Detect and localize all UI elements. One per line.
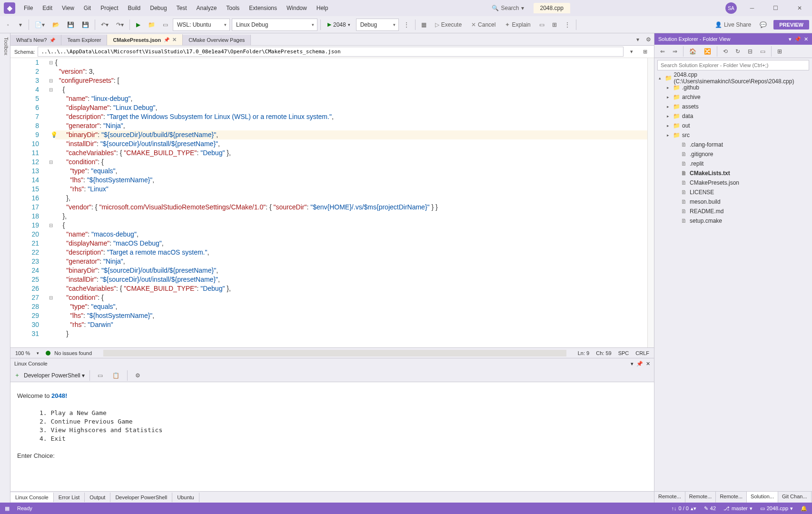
explain-button[interactable]: ✦Explain [501,20,534,30]
code-content[interactable]: { "version": 3, "configurePresets": [ { … [54,58,647,347]
tabs-dropdown-button[interactable]: ▾ [633,34,643,45]
open-button[interactable]: 📂 [50,19,62,30]
doc-tab[interactable]: CMake Overview Pages [183,35,251,45]
tree-file[interactable]: 🗎README.md [654,207,812,216]
schema-dropdown-button[interactable]: ▾ [626,46,637,58]
doc-tab[interactable]: Team Explorer [61,35,107,45]
console-btn-1[interactable]: ▭ [95,370,106,381]
output-tab[interactable]: Developer PowerShell [110,493,172,502]
preview-badge[interactable]: PREVIEW [773,20,809,30]
doc-tab[interactable]: CMakePresets.json📌✕ [107,34,183,45]
tree-file[interactable]: 🗎LICENSE [654,188,812,197]
nav-forward-button[interactable]: ▾ [15,19,26,30]
close-icon[interactable]: ✕ [172,37,177,43]
new-item-button[interactable]: 📄▾ [32,19,48,30]
zoom-dropdown-icon[interactable]: ▾ [37,351,39,356]
output-tab[interactable]: Output [85,493,110,502]
tree-file[interactable]: 🗎.gitignore [654,149,812,159]
solution-tab[interactable]: Solution... [747,492,778,503]
sol-show-button[interactable]: ▭ [757,46,768,57]
close-button[interactable]: ✕ [791,1,808,15]
redo-button[interactable]: ↷▾ [113,19,127,30]
repo-indicator[interactable]: ▭2048.cpp▾ [760,505,793,512]
tool-btn-1[interactable]: ▭ [536,19,547,30]
live-share-button[interactable]: 👤Live Share [711,20,755,30]
nav-indicator[interactable]: ↑↓0 / 0▴▾ [671,505,696,512]
save-all-button[interactable]: 💾 [79,19,92,30]
sol-back-button[interactable]: ⇐ [657,46,668,57]
add-icon[interactable]: ＋ [14,371,20,379]
solution-tab[interactable]: Git Chan... [778,492,812,503]
menu-extensions[interactable]: Extensions [244,2,282,14]
panel-close-button[interactable]: ✕ [804,36,808,42]
menu-file[interactable]: File [19,2,38,14]
scrollbar[interactable] [647,58,654,347]
notification-button[interactable]: 🔔 [801,505,807,512]
db-icon[interactable]: ▦ [418,19,429,30]
avatar[interactable]: SA [725,2,737,14]
console-dropdown-button[interactable]: ▾ [631,361,634,367]
pin-icon[interactable]: 📌 [50,38,55,43]
save-button[interactable]: 💾 [64,19,77,30]
sol-sync-button[interactable]: ⟲ [720,46,731,57]
output-tab[interactable]: Error List [54,493,85,502]
solution-search-input[interactable] [657,60,809,70]
minimize-button[interactable]: ─ [743,1,761,15]
col-indicator[interactable]: Ch: 59 [596,350,611,356]
expand-icon[interactable]: ▸ [665,123,671,128]
panel-pin-button[interactable]: 📌 [794,36,801,42]
tree-file[interactable]: 🗎CMakePresets.json [654,178,812,188]
menu-tools[interactable]: Tools [221,2,244,14]
schema-split-button[interactable]: ⊞ [640,46,650,58]
menu-view[interactable]: View [57,2,79,14]
code-editor[interactable]: 1234567891011121314151617181920212223242… [10,58,654,347]
menu-project[interactable]: Project [96,2,123,14]
menu-help[interactable]: Help [312,2,333,14]
expand-icon[interactable]: ▸ [665,85,671,90]
build-config-dropdown[interactable]: Debug [356,19,399,31]
solution-tab[interactable]: Remote... [654,492,685,503]
sol-home-button[interactable]: 🏠 [686,46,699,57]
tree-folder[interactable]: ▸📁assets [654,102,812,111]
nav-back-button[interactable]: ◦ [3,19,13,30]
window-button[interactable]: ▭ [160,19,171,30]
output-tab[interactable]: Ubuntu [172,493,199,502]
sol-refresh-button[interactable]: ↻ [733,46,743,57]
undo-button[interactable]: ↶▾ [98,19,111,30]
tool-btn-2[interactable]: ⊞ [549,19,560,30]
branch-indicator[interactable]: ⎇master▾ [723,505,753,512]
zoom-level[interactable]: 100 % [15,350,30,356]
tree-file[interactable]: 🗎meson.build [654,197,812,207]
menu-window[interactable]: Window [282,2,312,14]
output-tab[interactable]: Linux Console [10,493,54,502]
indent-indicator[interactable]: SPC [618,350,629,356]
tree-folder[interactable]: ▸📁src [654,130,812,140]
cancel-button[interactable]: ✕Cancel [467,20,499,30]
console-close-button[interactable]: ✕ [646,361,650,367]
folder-button[interactable]: 📁 [145,19,158,30]
menu-analyze[interactable]: Analyze [192,2,222,14]
tree-folder[interactable]: ▸📁data [654,111,812,121]
tree-root[interactable]: ▴📁2048.cpp (C:\Users\sinemakinci\Source\… [654,73,812,83]
tool-btn-3[interactable]: ⋮ [562,19,573,30]
menu-test[interactable]: Test [172,2,192,14]
menu-debug[interactable]: Debug [145,2,171,14]
toolbox-sidebar-tab[interactable]: Toolbox [0,33,10,503]
config-dropdown[interactable]: Linux Debug [232,19,317,31]
pin-icon[interactable]: 📌 [164,37,169,42]
expand-icon[interactable]: ▸ [665,133,671,138]
error-count[interactable]: ✎42 [704,505,716,512]
sol-collapse-button[interactable]: ⊟ [745,46,755,57]
expand-icon[interactable]: ▸ [665,95,671,99]
doc-tab[interactable]: What's New?📌 [10,35,61,45]
eol-indicator[interactable]: CRLF [635,350,649,356]
tree-folder[interactable]: ▸📁out [654,121,812,130]
menu-build[interactable]: Build [123,2,146,14]
console-output[interactable]: Welcome to 2048! 1. Play a New Game 2. C… [10,382,654,491]
tree-folder[interactable]: ▸📁archive [654,92,812,102]
platform-dropdown[interactable]: WSL: Ubuntu [173,19,230,31]
sol-fwd-button[interactable]: ⇒ [670,46,680,57]
menu-edit[interactable]: Edit [38,2,57,14]
maximize-button[interactable]: ☐ [767,1,784,15]
console-btn-2[interactable]: 📋 [109,370,122,381]
